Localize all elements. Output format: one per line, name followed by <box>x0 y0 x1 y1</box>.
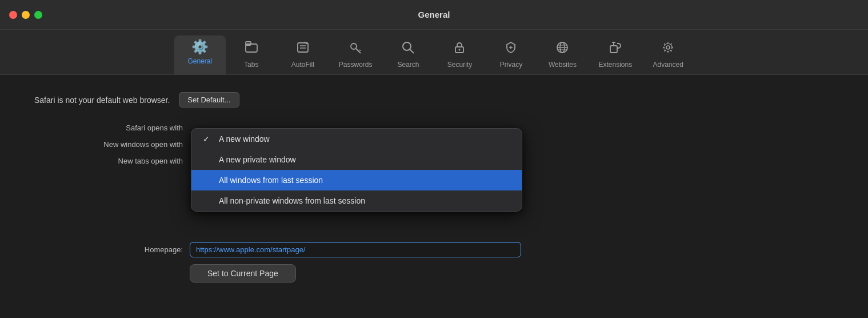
tab-search-label: Search <box>397 61 419 69</box>
checkmark-all-non-private <box>203 196 213 205</box>
advanced-icon <box>661 40 675 57</box>
new-tabs-label: New tabs open with <box>34 157 183 165</box>
tab-extensions-label: Extensions <box>598 61 632 69</box>
tab-tabs[interactable]: Tabs <box>226 35 277 74</box>
tab-extensions[interactable]: Extensions <box>588 35 642 74</box>
tabs-icon <box>244 40 259 57</box>
window-controls <box>9 11 42 19</box>
dropdown-container: ✓ A new window A new private window All … <box>191 128 522 212</box>
dropdown-item-all-windows-label: All windows from last session <box>219 176 323 185</box>
dropdown-item-all-non-private[interactable]: All non-private windows from last sessio… <box>191 190 522 211</box>
tab-websites-label: Websites <box>549 61 577 69</box>
search-icon <box>401 40 415 57</box>
svg-point-22 <box>666 46 670 49</box>
tab-security-label: Security <box>447 61 472 69</box>
checkmark-new-private <box>203 155 213 164</box>
tab-advanced-label: Advanced <box>653 61 683 69</box>
tab-tabs-label: Tabs <box>244 61 258 69</box>
checkmark-all-windows <box>203 176 213 185</box>
dropdown-item-all-windows-last[interactable]: All windows from last session <box>191 170 522 190</box>
svg-rect-2 <box>298 43 308 52</box>
tab-passwords-label: Passwords <box>339 61 373 69</box>
homepage-row: Homepage: <box>34 242 834 257</box>
content-area: Safari is not your default web browser. … <box>0 75 868 300</box>
tab-websites[interactable]: Websites <box>537 35 588 74</box>
tab-privacy-label: Privacy <box>500 61 522 69</box>
general-icon: ⚙️ <box>191 40 209 54</box>
svg-line-9 <box>359 50 361 51</box>
tab-passwords[interactable]: Passwords <box>329 35 383 74</box>
maximize-button[interactable] <box>34 11 42 19</box>
tab-security[interactable]: Security <box>434 35 485 74</box>
extensions-icon <box>608 40 623 57</box>
svg-point-6 <box>351 43 357 49</box>
set-default-button[interactable]: Set Default... <box>179 92 239 108</box>
tab-autofill[interactable]: AutoFill <box>277 35 329 74</box>
svg-line-8 <box>358 51 359 52</box>
autofill-icon <box>295 40 310 57</box>
svg-point-10 <box>403 42 411 50</box>
window-title: General <box>418 10 450 19</box>
toolbar: ⚙️ General Tabs AutoFill <box>0 30 868 75</box>
homepage-input[interactable] <box>190 242 521 257</box>
new-windows-label: New windows open with <box>34 140 183 149</box>
dropdown-wrapper: ✓ A new window A new private window All … <box>191 128 522 212</box>
privacy-icon <box>503 40 518 57</box>
security-icon <box>452 40 467 57</box>
tab-search[interactable]: Search <box>382 35 434 74</box>
tab-general-label: General <box>187 57 212 65</box>
svg-line-11 <box>410 50 414 54</box>
checkmark-new-window: ✓ <box>203 134 213 144</box>
close-button[interactable] <box>9 11 17 19</box>
svg-point-13 <box>459 49 461 51</box>
tab-autofill-label: AutoFill <box>291 61 314 69</box>
svg-rect-19 <box>610 46 617 53</box>
svg-rect-1 <box>246 42 251 45</box>
tab-privacy[interactable]: Privacy <box>485 35 537 74</box>
tab-general[interactable]: ⚙️ General <box>174 35 226 74</box>
tab-advanced[interactable]: Advanced <box>642 35 694 74</box>
dropdown-item-new-private[interactable]: A new private window <box>191 149 522 170</box>
homepage-label: Homepage: <box>34 245 183 254</box>
set-current-page-button[interactable]: Set to Current Page <box>190 264 296 283</box>
dropdown-item-new-window-label: A new window <box>219 134 270 144</box>
websites-icon <box>555 40 570 57</box>
default-browser-label: Safari is not your default web browser. <box>34 96 170 105</box>
minimize-button[interactable] <box>22 11 30 19</box>
safari-opens-label: Safari opens with <box>34 124 183 132</box>
default-browser-row: Safari is not your default web browser. … <box>34 92 834 108</box>
dropdown-item-all-non-private-label: All non-private windows from last sessio… <box>219 196 365 205</box>
passwords-icon <box>348 40 363 57</box>
dropdown-item-new-private-label: A new private window <box>219 155 296 164</box>
settings-section: Safari opens with New windows open with … <box>34 124 834 173</box>
dropdown-menu: ✓ A new window A new private window All … <box>191 128 522 212</box>
dropdown-item-new-window[interactable]: ✓ A new window <box>191 129 522 149</box>
title-bar: General <box>0 0 868 30</box>
